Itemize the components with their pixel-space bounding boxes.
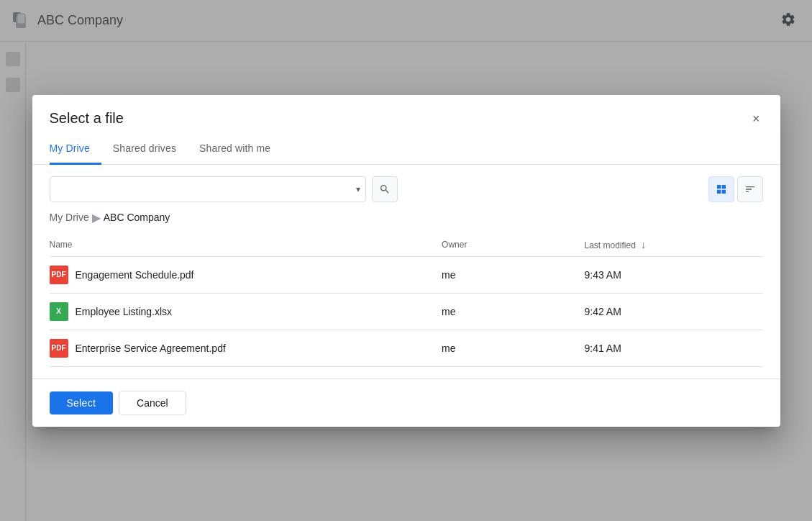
breadcrumb-root[interactable]: My Drive <box>50 212 89 223</box>
grid-icon <box>716 184 727 195</box>
file-name-cell: PDFEngagement Schedule.pdf <box>50 266 437 284</box>
search-row: ▾ <box>50 176 763 202</box>
file-table: Name Owner Last modified ↓ PDFEngagement… <box>50 233 763 367</box>
file-name: Engagement Schedule.pdf <box>76 269 194 281</box>
cancel-button[interactable]: Cancel <box>119 391 186 415</box>
file-name: Employee Listing.xlsx <box>76 306 173 317</box>
breadcrumb: My Drive ▶ ABC Company <box>50 211 763 225</box>
dialog-header: Select a file × <box>32 95 780 128</box>
search-button[interactable] <box>372 176 398 202</box>
tab-shared-drives[interactable]: Shared drives <box>101 134 188 165</box>
file-name-cell: PDFEnterprise Service Agreement.pdf <box>50 339 437 358</box>
col-header-last-modified[interactable]: Last modified ↓ <box>584 233 762 257</box>
file-owner: me <box>442 330 584 366</box>
search-input-wrapper: ▾ <box>50 176 366 202</box>
tabs-bar: My Drive Shared drives Shared with me <box>32 134 780 165</box>
file-name-cell: XEmployee Listing.xlsx <box>50 302 437 321</box>
breadcrumb-separator: ▶ <box>92 211 101 225</box>
file-owner: me <box>442 256 584 293</box>
file-type-icon: PDF <box>50 266 68 284</box>
tab-shared-with-me[interactable]: Shared with me <box>188 134 282 165</box>
sort-arrow-icon: ↓ <box>641 239 646 250</box>
dialog-title: Select a file <box>50 110 124 127</box>
breadcrumb-current: ABC Company <box>104 212 170 223</box>
file-last-modified: 9:42 AM <box>584 293 762 330</box>
dialog-content: ▾ <box>32 165 780 379</box>
sort-icon <box>744 184 756 195</box>
table-header: Name Owner Last modified ↓ <box>50 233 763 257</box>
file-type-icon: X <box>50 302 68 321</box>
grid-view-button[interactable] <box>708 176 734 202</box>
search-input[interactable] <box>50 176 366 202</box>
close-button[interactable]: × <box>749 109 763 128</box>
select-button[interactable]: Select <box>50 391 114 414</box>
dropdown-arrow-icon: ▾ <box>356 184 360 194</box>
file-last-modified: 9:41 AM <box>584 330 762 366</box>
file-type-icon: PDF <box>50 339 68 358</box>
search-icon <box>379 184 391 195</box>
modal-overlay: Select a file × My Drive Shared drives S… <box>0 0 812 521</box>
col-header-name: Name <box>50 233 442 257</box>
col-header-owner: Owner <box>442 233 584 257</box>
file-name: Enterprise Service Agreement.pdf <box>76 343 226 354</box>
file-owner: me <box>442 293 584 330</box>
dialog-footer: Select Cancel <box>32 379 780 427</box>
table-row[interactable]: PDFEnterprise Service Agreement.pdfme9:4… <box>50 330 763 366</box>
table-row[interactable]: XEmployee Listing.xlsxme9:42 AM <box>50 293 763 330</box>
select-file-dialog: Select a file × My Drive Shared drives S… <box>32 95 780 427</box>
file-last-modified: 9:43 AM <box>584 256 762 293</box>
view-buttons <box>708 176 763 202</box>
table-row[interactable]: PDFEngagement Schedule.pdfme9:43 AM <box>50 256 763 293</box>
file-table-body: PDFEngagement Schedule.pdfme9:43 AMXEmpl… <box>50 256 763 366</box>
sort-view-button[interactable] <box>737 176 763 202</box>
tab-my-drive[interactable]: My Drive <box>50 134 101 165</box>
